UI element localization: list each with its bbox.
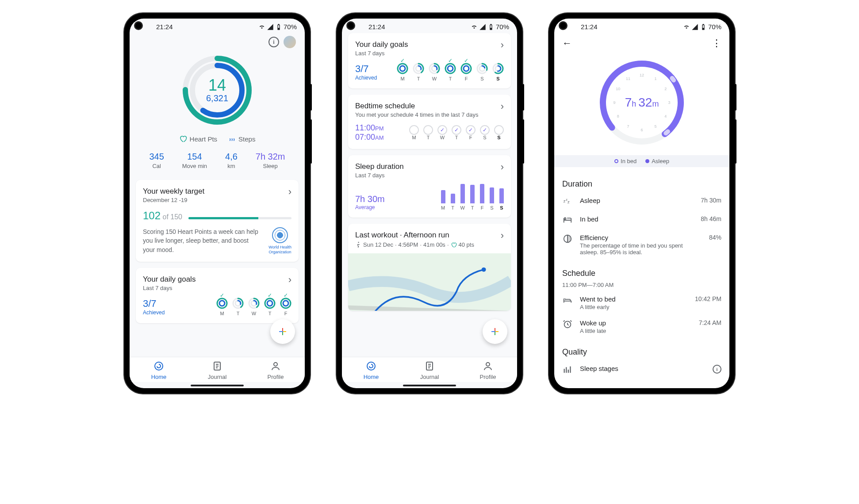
sleep-duration-card[interactable]: Sleep durationLast 7 days › 7h 30mAverag… <box>348 155 511 218</box>
bed-day-circle <box>480 125 490 135</box>
workout-map[interactable] <box>348 253 511 311</box>
nav-profile[interactable]: Profile <box>459 361 517 380</box>
svg-point-58 <box>367 362 375 370</box>
info-icon[interactable]: i <box>268 37 279 47</box>
chevron-right-icon: › <box>501 40 504 50</box>
metric-move[interactable]: 154Move min <box>182 152 207 169</box>
battery-icon <box>487 23 495 31</box>
day-ring: ✓ <box>216 298 228 309</box>
svg-point-29 <box>398 64 407 73</box>
svg-point-17 <box>265 298 275 308</box>
fab-add[interactable] <box>270 319 295 344</box>
phone-home: 21:24 70% i 14 <box>124 13 310 393</box>
wifi-icon <box>471 23 478 31</box>
phone-scrolled: 21:24 70% Your daily goalsLast 7 days › … <box>337 13 522 393</box>
daily-goals-card[interactable]: Your daily goals Last 7 days › 3/7 Achie… <box>136 268 299 323</box>
row-asleep[interactable]: zzz Asleep 7h 30m <box>554 192 729 211</box>
svg-text:z: z <box>568 200 570 204</box>
svg-point-23 <box>283 301 288 306</box>
status-time: 21:24 <box>156 23 173 31</box>
chevron-right-icon: › <box>501 231 504 241</box>
row-sleep-stages[interactable]: Sleep stages i <box>554 360 729 379</box>
row-efficiency[interactable]: EfficiencyThe percentage of time in bed … <box>554 229 729 260</box>
run-icon <box>355 242 361 248</box>
ring-legend: Heart Pts Steps <box>136 135 299 143</box>
heart-icon <box>179 135 187 143</box>
day-ring <box>248 298 260 309</box>
bedtime-card[interactable]: Bedtime scheduleYou met your schedule 4 … <box>348 95 511 149</box>
chevron-right-icon: › <box>288 187 291 197</box>
nav-profile[interactable]: Profile <box>246 361 305 380</box>
signal-icon <box>691 23 698 31</box>
bed-day-circle <box>423 125 433 135</box>
sleep-bar <box>441 190 445 203</box>
efficiency-icon <box>562 234 573 244</box>
metric-cal[interactable]: 345Cal <box>149 152 164 169</box>
stages-icon <box>562 365 573 374</box>
svg-point-24 <box>155 362 163 370</box>
day-ring: ✓ <box>460 63 472 74</box>
progress-bar <box>188 217 291 219</box>
daily-goals-card[interactable]: Your daily goalsLast 7 days › 3/7Achieve… <box>348 33 511 88</box>
nav-handle[interactable] <box>191 385 244 386</box>
activity-ring[interactable]: 14 6,321 <box>180 53 255 128</box>
card-body: Scoring 150 Heart Points a week can help… <box>143 227 261 255</box>
battery-pct: 70% <box>284 23 297 31</box>
bed-icon <box>562 215 573 225</box>
bed-day-circle <box>494 125 504 135</box>
nav-journal[interactable]: Journal <box>188 361 246 380</box>
weekly-target-card[interactable]: Your weekly target December 12 -19 › 102… <box>136 180 299 262</box>
row-inbed[interactable]: In bed 8h 46m <box>554 211 729 229</box>
svg-point-19 <box>267 301 272 306</box>
bed-day-circle <box>437 125 447 135</box>
bottom-nav: Home Journal Profile <box>130 357 305 382</box>
nav-home[interactable]: Home <box>342 361 400 380</box>
row-woke-up[interactable]: Woke upA little late 7:24 AM <box>554 315 729 339</box>
back-button[interactable]: ← <box>562 38 572 49</box>
svg-point-59 <box>369 364 373 368</box>
day-ring <box>232 298 244 309</box>
sleep-legend: In bed Asleep <box>554 155 729 167</box>
nav-handle[interactable] <box>403 385 456 386</box>
bed-day-circle <box>409 125 419 135</box>
metrics-row: 345Cal 154Move min 4,6km 7h 32mSleep <box>136 152 299 180</box>
day-ring <box>413 63 424 74</box>
svg-point-7 <box>219 301 225 306</box>
day-ring: ✓ <box>397 63 408 74</box>
day-ring <box>476 63 488 74</box>
svg-point-27 <box>274 363 277 366</box>
sleep-bar <box>451 194 455 203</box>
more-icon[interactable]: ⋮ <box>712 38 721 49</box>
sleep-bar <box>460 184 465 203</box>
bed-day-circle <box>466 125 476 135</box>
sleep-ring[interactable]: 123456789101112 7h 32m <box>595 56 688 149</box>
avatar[interactable] <box>284 36 296 48</box>
svg-point-61 <box>486 363 490 366</box>
chevron-right-icon: › <box>501 162 504 172</box>
heart-pts-value: 14 <box>206 77 228 93</box>
nav-home[interactable]: Home <box>130 361 188 380</box>
card-title: Your weekly target <box>143 187 204 196</box>
svg-text:z: z <box>564 199 566 203</box>
bed-day-circle <box>452 125 461 135</box>
alarm-icon <box>562 319 573 329</box>
bottom-nav: Home Journal Profile <box>342 357 517 382</box>
metric-km[interactable]: 4,6km <box>225 152 238 169</box>
schedule-range: 11:00 PM—7:00 AM <box>554 282 729 291</box>
signal-icon <box>267 23 274 31</box>
steps-icon <box>228 135 236 143</box>
day-ring: ✓ <box>264 298 276 309</box>
signal-icon <box>479 23 486 31</box>
metric-sleep[interactable]: 7h 32mSleep <box>256 152 285 169</box>
phone-sleep-detail: 21:24 70% ← ⋮ 12 <box>549 13 735 393</box>
fab-add[interactable] <box>483 319 507 344</box>
card-subtitle: December 12 -19 <box>143 197 204 203</box>
section-duration: Duration <box>554 176 729 192</box>
workout-card[interactable]: Last workout · Afternoon run Sun 12 Dec … <box>348 224 511 311</box>
row-went-to-bed[interactable]: Went to bedA little early 10:42 PM <box>554 291 729 315</box>
battery-icon <box>275 23 282 31</box>
steps-value: 6,321 <box>206 93 228 103</box>
nav-journal[interactable]: Journal <box>400 361 459 380</box>
day-ring: ✓ <box>445 63 456 74</box>
svg-point-41 <box>445 64 455 73</box>
